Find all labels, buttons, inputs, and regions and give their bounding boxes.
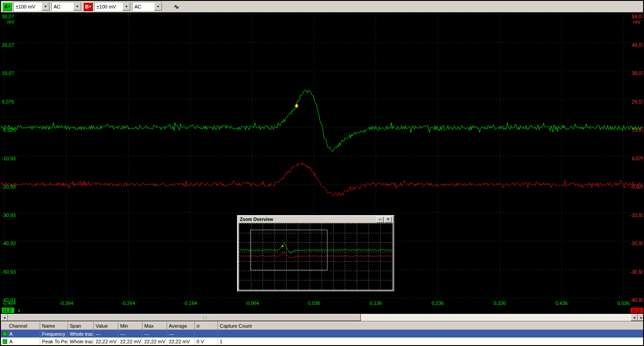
channel-a-button[interactable]: A▾ bbox=[2, 2, 12, 11]
cell-average: 22,22 mV bbox=[167, 338, 195, 345]
cell-channel-text: A bbox=[9, 339, 13, 344]
chevron-down-icon[interactable]: ▼ bbox=[42, 2, 50, 11]
channel-b-coupling-select[interactable]: AC ▼ bbox=[132, 2, 163, 11]
cell-name: Frequency bbox=[40, 330, 68, 338]
close-button[interactable]: × bbox=[385, 217, 392, 223]
chevron-down-icon[interactable]: ▼ bbox=[122, 2, 130, 11]
channel-color-swatch bbox=[3, 332, 7, 336]
horizontal-scrollbar[interactable]: ◄ ◄ ► bbox=[1, 313, 644, 321]
cell-average: --- bbox=[167, 330, 195, 338]
right-axis-tick: 29,07 bbox=[631, 99, 644, 104]
right-axis-tick: 59,07 bbox=[631, 14, 644, 19]
right-axis-tick: -20,93 bbox=[630, 241, 644, 246]
x-axis-tick: -0,364 bbox=[59, 300, 73, 306]
column-header-average[interactable]: Average bbox=[167, 321, 195, 330]
left-axis-tick: -40,93 bbox=[2, 241, 16, 246]
right-axis-tick: 9,075 bbox=[631, 156, 644, 161]
cell-value: 22,22 mV bbox=[94, 338, 118, 345]
cell-min: --- bbox=[118, 330, 142, 338]
channel-b-range-select[interactable]: ±100 mV ▼ bbox=[94, 2, 131, 11]
channel-a-range-select[interactable]: ±100 mV ▼ bbox=[13, 2, 50, 11]
right-axis-tick: -40,93 bbox=[630, 297, 644, 303]
left-axis-unit: mV bbox=[7, 19, 15, 25]
column-header-capture-count[interactable]: Capture Count bbox=[218, 321, 644, 330]
trace-channel-a bbox=[1, 90, 644, 151]
zoom-overview-canvas[interactable] bbox=[239, 223, 393, 290]
scroll-left-button[interactable]: ◄ bbox=[1, 314, 8, 321]
cell-capture-count bbox=[218, 330, 644, 338]
cell-sigma bbox=[195, 330, 218, 338]
page-right-button[interactable]: ► bbox=[638, 314, 644, 321]
column-header-channel[interactable]: Channel bbox=[1, 321, 40, 330]
right-axis-tick: -0,925 bbox=[630, 184, 644, 189]
x-axis-tick: 0,236 bbox=[431, 300, 444, 306]
oscilloscope-app: A▾ ±100 mV ▼ AC ▼ B▾ ±100 mV ▼ AC ▼ ∿ 39… bbox=[0, 0, 644, 346]
trace-channel-b bbox=[1, 163, 644, 196]
right-axis-unit: mV bbox=[633, 19, 641, 25]
overview-trace-a bbox=[240, 243, 392, 253]
x-axis-unit: s bbox=[18, 308, 21, 313]
chevron-down-icon[interactable]: ▼ bbox=[73, 2, 81, 11]
left-axis-tick: -50,93 bbox=[2, 269, 16, 275]
left-axis-tick: 29,07 bbox=[2, 42, 14, 48]
time-scale-badge-left-label: x1,0 bbox=[3, 308, 12, 313]
minimize-button[interactable]: – bbox=[376, 217, 384, 223]
measurements-table: Channel Name Span Value Min Max Average … bbox=[1, 321, 644, 346]
x-axis-tick: -0,464 bbox=[2, 300, 16, 306]
right-axis-tick: 39,07 bbox=[631, 71, 644, 76]
table-row[interactable]: A Peak To Peak Whole trace 22,22 mV 22,2… bbox=[1, 338, 644, 345]
toolbar: A▾ ±100 mV ▼ AC ▼ B▾ ±100 mV ▼ AC ▼ ∿ bbox=[1, 1, 643, 13]
cell-sigma: 0 V bbox=[195, 338, 218, 345]
cell-max: --- bbox=[142, 330, 167, 338]
column-header-sigma[interactable]: σ bbox=[195, 321, 218, 330]
right-axis-tick: -10,93 bbox=[630, 213, 644, 218]
channel-b-button[interactable]: B▾ bbox=[83, 2, 93, 11]
channel-b-label: B bbox=[85, 4, 89, 9]
zoom-overview-body bbox=[238, 223, 393, 290]
page-left-button[interactable]: ◄ bbox=[631, 314, 638, 321]
x-axis-tick: 0,036 bbox=[308, 300, 320, 306]
channel-color-swatch bbox=[3, 339, 7, 344]
cell-value: --- bbox=[94, 330, 118, 338]
time-scale-badge-right-label: x1,0 bbox=[632, 308, 640, 313]
x-axis-tick: 0,336 bbox=[493, 300, 506, 306]
scrollbar-track[interactable] bbox=[8, 314, 631, 321]
column-header-name[interactable]: Name bbox=[40, 321, 68, 330]
table-header-row: Channel Name Span Value Min Max Average … bbox=[1, 321, 644, 330]
zoom-overview-window: Zoom Overview – × bbox=[237, 215, 394, 292]
x-axis-tick: -0,164 bbox=[183, 300, 197, 306]
channel-a-label: A bbox=[4, 4, 8, 9]
scrollbar-thumb[interactable] bbox=[8, 314, 361, 321]
left-axis-tick: -30,93 bbox=[2, 213, 16, 218]
table-row[interactable]: A Frequency Whole trace --- --- --- --- bbox=[1, 330, 644, 338]
zoom-overview-titlebar[interactable]: Zoom Overview – × bbox=[238, 216, 393, 223]
chevron-down-icon: ▾ bbox=[8, 5, 10, 8]
x-axis-tick: 0,136 bbox=[370, 300, 382, 306]
right-axis-tick: 49,07 bbox=[631, 42, 644, 48]
cell-capture-count: 1 bbox=[218, 338, 644, 345]
left-axis-tick: 19,07 bbox=[2, 71, 14, 76]
channel-b-coupling-value: AC bbox=[133, 4, 154, 9]
cell-max: 22,22 mV bbox=[142, 338, 167, 345]
column-header-value[interactable]: Value bbox=[94, 321, 118, 330]
overview-marker bbox=[282, 246, 283, 247]
cell-name: Peak To Peak bbox=[40, 338, 68, 345]
cell-min: 22,22 mV bbox=[118, 338, 142, 345]
function-generator-button[interactable]: ∿ bbox=[170, 2, 183, 12]
channel-a-coupling-select[interactable]: AC ▼ bbox=[51, 2, 82, 11]
cell-channel: A bbox=[1, 330, 40, 338]
x-axis-tick: 0,436 bbox=[556, 300, 568, 306]
column-header-max[interactable]: Max bbox=[142, 321, 167, 330]
left-axis-tick: -0,925 bbox=[2, 127, 16, 133]
grip-icon bbox=[203, 316, 208, 319]
column-header-min[interactable]: Min bbox=[118, 321, 142, 330]
x-axis-tick: 0,536 bbox=[617, 300, 630, 306]
waveform-icon: ∿ bbox=[174, 3, 179, 10]
chevron-down-icon: ▾ bbox=[89, 5, 91, 8]
channel-a-range-value: ±100 mV bbox=[14, 4, 42, 9]
right-axis-tick: -30,93 bbox=[630, 269, 644, 275]
chevron-down-icon[interactable]: ▼ bbox=[154, 2, 162, 11]
left-axis-tick: 9,075 bbox=[2, 99, 14, 104]
column-header-span[interactable]: Span bbox=[68, 321, 94, 330]
channel-b-range-value: ±100 mV bbox=[95, 4, 122, 9]
